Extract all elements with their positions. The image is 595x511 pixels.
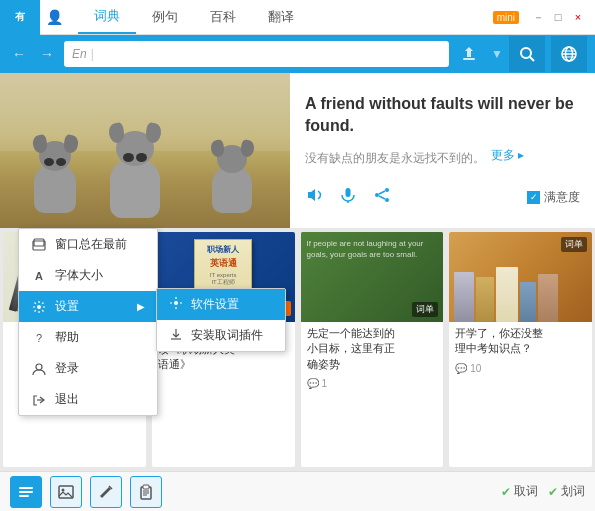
dropdown-arrow[interactable]: ▼ xyxy=(491,47,503,61)
svg-line-13 xyxy=(379,191,385,194)
tab-fanyi[interactable]: 翻译 xyxy=(252,0,310,34)
card-target[interactable]: If people are not laughing at your goals… xyxy=(301,232,444,467)
card-target-tag: 词单 xyxy=(412,302,438,317)
book-title-1: 职场新人 xyxy=(207,244,239,255)
card-target-image: If people are not laughing at your goals… xyxy=(301,232,444,322)
install-icon xyxy=(169,327,183,344)
menu-login-label: 登录 xyxy=(55,360,79,377)
menu-quit-label: 退出 xyxy=(55,391,79,408)
context-submenu: 软件设置 安装取词插件 xyxy=(156,288,286,352)
menu-item-login[interactable]: 登录 xyxy=(19,353,157,384)
hero-image xyxy=(0,73,290,228)
card-study-text: 开学了，你还没整 理中考知识点？ xyxy=(449,322,592,361)
comment-icon-2: 💬 xyxy=(455,363,467,374)
fontsize-icon: A xyxy=(31,268,47,284)
audio-icon[interactable] xyxy=(305,186,323,208)
menu-item-quit[interactable]: 退出 xyxy=(19,384,157,415)
svg-rect-26 xyxy=(34,239,44,246)
satisfaction-area: ✓ 满意度 xyxy=(527,189,580,206)
forward-button[interactable]: → xyxy=(36,43,58,65)
titlebar: 有 👤 词典 例句 百科 翻译 mini － □ × xyxy=(0,0,595,35)
quci-toggle[interactable]: ✔ 取词 xyxy=(501,483,538,500)
login-icon xyxy=(31,361,47,377)
toolbar-icon-image[interactable] xyxy=(50,476,82,508)
svg-point-11 xyxy=(375,193,379,197)
addr-right-icons: ▼ xyxy=(455,40,503,68)
svg-point-19 xyxy=(62,488,65,491)
svg-point-30 xyxy=(174,301,178,305)
quci-label: 取词 xyxy=(514,483,538,500)
address-input-wrap: En | xyxy=(64,41,449,67)
comment-count-2: 10 xyxy=(470,363,481,374)
submenu-item-software[interactable]: 软件设置 xyxy=(157,289,285,320)
nav-tabs: 词典 例句 百科 翻译 xyxy=(68,0,493,34)
huaci-toggle[interactable]: ✔ 划词 xyxy=(548,483,585,500)
menu-item-settings[interactable]: 设置 ▶ xyxy=(19,291,157,322)
bottom-toolbar: ✔ 取词 ✔ 划词 xyxy=(0,471,595,511)
mini-badge: mini xyxy=(493,11,519,24)
addressbar: ← → En | ▼ xyxy=(0,35,595,73)
close-button[interactable]: × xyxy=(569,8,587,26)
toolbar-icon-text[interactable] xyxy=(10,476,42,508)
mic-icon[interactable] xyxy=(339,186,357,208)
software-settings-icon xyxy=(169,296,183,313)
svg-rect-16 xyxy=(19,491,33,493)
satisfaction-checkbox[interactable]: ✓ xyxy=(527,191,540,204)
back-button[interactable]: ← xyxy=(8,43,30,65)
toolbar-icon-edit[interactable] xyxy=(90,476,122,508)
svg-rect-21 xyxy=(143,485,149,489)
card-study-tag: 词单 xyxy=(561,237,587,252)
user-icon[interactable]: 👤 xyxy=(40,0,68,35)
toolbar-icon-clipboard[interactable] xyxy=(130,476,162,508)
card-target-comments: 💬 1 xyxy=(301,376,444,391)
app-logo: 有 xyxy=(0,0,40,35)
comment-icon-1: 💬 xyxy=(307,378,319,389)
globe-button[interactable] xyxy=(551,36,587,72)
submenu-item-install[interactable]: 安装取词插件 xyxy=(157,320,285,351)
card-study-comments: 💬 10 xyxy=(449,361,592,376)
svg-rect-0 xyxy=(463,58,475,60)
window-controls: － □ × xyxy=(529,8,595,26)
hero-more-link[interactable]: 更多 ▸ xyxy=(491,147,524,164)
search-button[interactable] xyxy=(509,36,545,72)
logo-circle: 有 xyxy=(10,7,30,27)
card-target-text: 先定一个能达到的 小目标，这里有正 确姿势 xyxy=(301,322,444,376)
hero-actions: ✓ 满意度 xyxy=(305,186,580,208)
svg-rect-15 xyxy=(19,487,33,489)
minimize-button[interactable]: － xyxy=(529,8,547,26)
menu-item-fontsize[interactable]: A 字体大小 xyxy=(19,260,157,291)
huaci-label: 划词 xyxy=(561,483,585,500)
settings-arrow: ▶ xyxy=(137,301,145,312)
menu-item-help[interactable]: ? 帮助 xyxy=(19,322,157,353)
settings-icon xyxy=(31,299,47,315)
card-study-image: 词单 xyxy=(449,232,592,322)
tab-liju[interactable]: 例句 xyxy=(136,0,194,34)
lang-indicator: En xyxy=(72,47,87,61)
context-menu: 窗口总在最前 A 字体大小 设置 ▶ ? 帮助 登录 xyxy=(18,228,158,416)
quit-icon xyxy=(31,392,47,408)
svg-line-14 xyxy=(379,196,385,199)
submenu-install-label: 安装取词插件 xyxy=(191,327,263,344)
svg-point-10 xyxy=(385,188,389,192)
share-action-icon[interactable] xyxy=(373,186,391,208)
svg-point-27 xyxy=(37,305,41,309)
share-icon[interactable] xyxy=(455,40,483,68)
hero-section: A friend without faults will never be fo… xyxy=(0,73,595,228)
menu-item-topmost[interactable]: 窗口总在最前 xyxy=(19,229,157,260)
svg-rect-8 xyxy=(346,188,351,197)
svg-point-1 xyxy=(521,48,531,58)
tab-cidian[interactable]: 词典 xyxy=(78,0,136,34)
menu-fontsize-label: 字体大小 xyxy=(55,267,103,284)
card-study[interactable]: 词单 开学了，你还没整 理中考知识点？ 💬 10 xyxy=(449,232,592,467)
restore-button[interactable]: □ xyxy=(549,8,567,26)
menu-help-label: 帮助 xyxy=(55,329,79,346)
tab-baike[interactable]: 百科 xyxy=(194,0,252,34)
hero-quote: A friend without faults will never be fo… xyxy=(305,93,580,138)
address-input[interactable] xyxy=(94,47,441,62)
quci-check: ✔ xyxy=(501,485,511,499)
hero-translation: 没有缺点的朋友是永远找不到的。 xyxy=(305,150,485,167)
satisfaction-label: 满意度 xyxy=(544,189,580,206)
topmost-icon xyxy=(31,237,47,253)
menu-settings-label: 设置 xyxy=(55,298,79,315)
help-icon: ? xyxy=(31,330,47,346)
